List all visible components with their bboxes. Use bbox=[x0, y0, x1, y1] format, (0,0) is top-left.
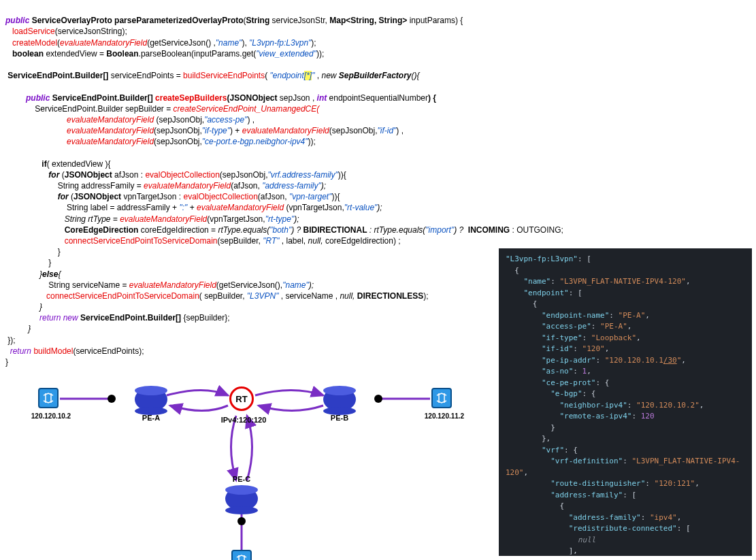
dot bbox=[108, 395, 116, 403]
json-panel: "L3vpn-fp:L3vpn": [ { "name": "L3VPN_FLA… bbox=[499, 248, 752, 556]
kw-public: public bbox=[5, 16, 29, 25]
rt-node: RT IPv4:120:120 bbox=[229, 386, 254, 411]
dot bbox=[237, 517, 246, 525]
router-pe-b: PE-B bbox=[323, 388, 356, 411]
router-pe-a: PE-A bbox=[135, 388, 167, 411]
diagram-arrows bbox=[14, 378, 490, 560]
router-pe-c: PE-C bbox=[225, 487, 258, 510]
host-a: 120.120.10.2 bbox=[38, 388, 59, 408]
host-c: 120.120.12.2 bbox=[231, 550, 252, 560]
network-diagram: RT IPv4:120:120 PE-A PE-B PE-C 120.120.1… bbox=[14, 378, 490, 560]
host-b: 120.120.11.2 bbox=[431, 388, 452, 408]
dot bbox=[374, 395, 382, 403]
